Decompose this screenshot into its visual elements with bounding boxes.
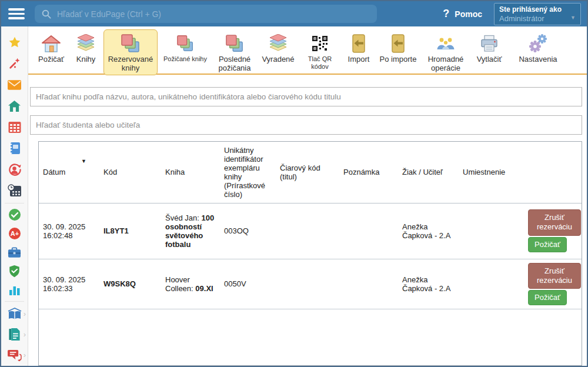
toolbar-label: Posledné požičania: [215, 55, 255, 73]
column-header-unique-id[interactable]: Unikátny identifikátor exempláru knihy (…: [220, 142, 276, 203]
reservations-table: Dátum ▼ Kód Kniha Unikátny identifikátor…: [39, 142, 582, 309]
sidebar-item-documents[interactable]: ›: [1, 324, 28, 345]
star-icon: [8, 36, 21, 49]
toolbar-label: Vytlačiť: [477, 55, 502, 64]
chevron-down-icon: ▼: [570, 15, 576, 21]
search-icon: [42, 9, 51, 19]
cell-barcode: [276, 203, 339, 259]
module-sidebar: A+: [1, 26, 28, 366]
toolbar-item-books[interactable]: Knihy: [72, 29, 100, 66]
toolbar-item-print-qr[interactable]: Tlač QR kódov: [300, 29, 340, 72]
book-search-input[interactable]: [30, 87, 582, 106]
svg-text:A+: A+: [10, 230, 18, 237]
column-header-barcode[interactable]: Čiarový kód (titul): [276, 142, 339, 203]
toolbar-item-after-import[interactable]: Po importe: [377, 29, 419, 66]
cancel-reservation-button[interactable]: Zrušiť rezerváciu: [528, 209, 581, 236]
chat-bubbles-icon: [7, 349, 22, 361]
notebook-icon: [9, 142, 21, 155]
column-header-book[interactable]: Kniha: [161, 142, 220, 203]
toolbar-item-import[interactable]: Import: [343, 29, 374, 66]
column-header-note[interactable]: Poznámka: [339, 142, 398, 203]
toolbar-label: Rezervované knihy: [105, 55, 156, 73]
chevron-right-icon: ›: [24, 329, 26, 338]
house-icon: [8, 100, 21, 112]
sidebar-item-calendar-plans[interactable]: [1, 180, 28, 201]
sidebar-item-timetable[interactable]: [1, 116, 28, 138]
global-search[interactable]: [35, 5, 377, 23]
toolbar-item-borrowed-books[interactable]: Požičané knihy: [161, 29, 209, 65]
sidebar-item-statistics[interactable]: [1, 281, 28, 299]
sidebar-divider: [5, 301, 24, 302]
sidebar-item-favourites[interactable]: [1, 32, 28, 53]
sidebar-item-classbook[interactable]: [1, 138, 28, 159]
cell-note: [339, 203, 398, 259]
toolbar-item-last-borrowings[interactable]: Posledné požičania: [213, 29, 256, 75]
sidebar-item-communication[interactable]: ›: [1, 345, 28, 365]
printer-icon: [479, 32, 499, 55]
cell-code: IL8YT1: [99, 203, 161, 259]
sidebar-item-home[interactable]: [1, 95, 28, 116]
documents-icon: [8, 328, 21, 341]
borrow-button[interactable]: Požičať: [528, 237, 567, 252]
a-plus-circle-icon: A+: [8, 227, 21, 240]
cell-student: Anežka Čapková - 2.A: [398, 259, 459, 309]
cell-unique-id: 003OQ: [220, 203, 276, 259]
toolbar-label: Požičať: [38, 55, 64, 64]
top-bar: ? Pomoc Ste prihlásený ako Administrátor…: [1, 1, 587, 26]
sidebar-item-wizard[interactable]: [1, 53, 28, 74]
import-arrow-icon: [390, 32, 406, 55]
check-circle-icon: [8, 208, 21, 221]
reservations-table-panel: Dátum ▼ Kód Kniha Unikátny identifikátor…: [38, 141, 582, 366]
toolbar-label: Tlač QR kódov: [302, 55, 338, 70]
column-header-student[interactable]: Žiak / Učiteľ: [398, 142, 459, 203]
cell-location: [459, 259, 520, 309]
borrow-button[interactable]: Požičať: [528, 290, 567, 305]
help-button[interactable]: ? Pomoc: [443, 8, 482, 20]
edupage-library-window: ? Pomoc Ste prihlásený ako Administrátor…: [0, 0, 588, 367]
toolbar-label: Požičané knihy: [163, 55, 207, 63]
cell-location: [459, 203, 520, 259]
sidebar-item-agenda[interactable]: [1, 243, 28, 262]
user-role: Administrátor: [499, 14, 576, 24]
sidebar-item-editor[interactable]: [1, 365, 28, 366]
chevron-right-icon: ›: [24, 350, 26, 359]
toolbar-item-reserved-books[interactable]: Rezervované knihy: [103, 29, 158, 75]
column-header-date[interactable]: Dátum ▼: [39, 142, 99, 203]
table-row: 30. 09. 2025 16:02:48 IL8YT1 Švéd Jan: 1…: [39, 203, 582, 259]
cell-date: 30. 09. 2025 16:02:48: [39, 203, 99, 259]
magic-wand-icon: [8, 57, 21, 70]
global-search-input[interactable]: [57, 9, 370, 19]
calendar-clock-icon: [8, 184, 22, 197]
cell-unique-id: 0050V: [220, 259, 276, 309]
sidebar-item-attendance[interactable]: [1, 205, 28, 224]
column-header-code[interactable]: Kód: [99, 142, 161, 203]
import-arrow-icon: [351, 32, 366, 55]
briefcase-icon: [8, 246, 21, 258]
sidebar-item-admin[interactable]: [1, 262, 28, 281]
cell-note: [339, 259, 398, 309]
sidebar-item-substitution[interactable]: [1, 159, 28, 180]
person-refresh-icon: [8, 163, 21, 176]
logged-in-user-menu[interactable]: Ste prihlásený ako Administrátor ▼: [494, 3, 581, 25]
column-header-location[interactable]: Umiestnenie: [459, 142, 520, 203]
sidebar-item-grades[interactable]: A+: [1, 224, 28, 243]
layered-squares-icon: [121, 32, 141, 55]
toolbar-item-bulk-operations[interactable]: Hromadné operácie: [422, 29, 469, 75]
sidebar-item-messages[interactable]: [1, 74, 28, 95]
sidebar-item-library[interactable]: ›: [1, 303, 28, 324]
cell-barcode: [276, 259, 339, 309]
toolbar-label: Nastavenia: [519, 55, 557, 64]
toolbar-item-settings[interactable]: Nastavenia: [516, 29, 560, 66]
toolbar-item-borrow[interactable]: Požičať: [34, 29, 68, 66]
toolbar-item-discarded[interactable]: Vyradené: [260, 29, 296, 66]
book-stack-icon: [76, 32, 96, 55]
hamburger-menu-icon[interactable]: [8, 8, 25, 19]
help-question-icon: ?: [443, 8, 449, 20]
toolbar-label: Knihy: [76, 55, 96, 64]
library-book-icon: [7, 308, 22, 321]
layered-squares-icon: [176, 32, 194, 55]
toolbar-item-print[interactable]: Vytlačiť: [473, 29, 506, 66]
cancel-reservation-button[interactable]: Zrušiť rezerváciu: [528, 263, 581, 289]
student-search-input[interactable]: [30, 115, 582, 135]
cell-book: Švéd Jan: 100 osobností světového fotbal…: [161, 203, 220, 259]
